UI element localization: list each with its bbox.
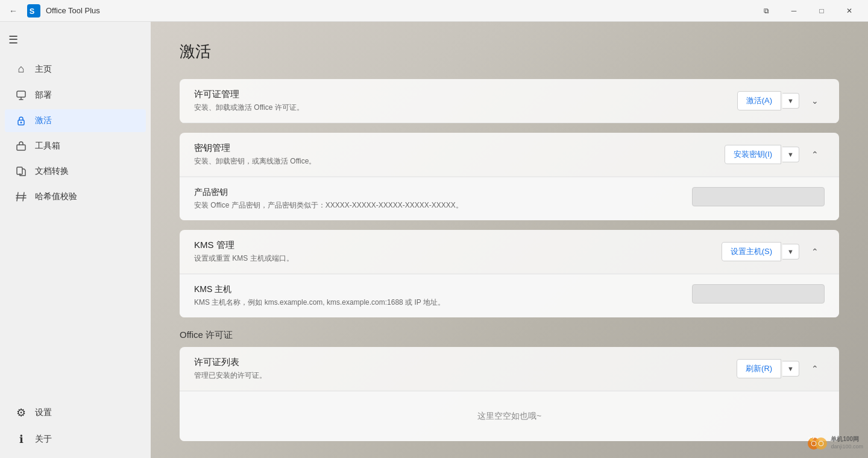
about-icon: ℹ	[14, 433, 28, 446]
svg-rect-6	[17, 167, 22, 174]
window-controls: ⧉ ─ □ ✕	[752, 0, 863, 22]
key-mgmt-header: 密钥管理 安装、卸载密钥，或离线激活 Office。 安装密钥(I) ▼ ⌃	[180, 133, 839, 177]
empty-state-text: 这里空空如也哦~	[477, 411, 541, 421]
watermark-text: 单机100网 danji100.com	[831, 435, 863, 450]
maximize-button[interactable]: □	[808, 0, 835, 22]
settings-icon: ⚙	[14, 406, 28, 419]
svg-point-4	[20, 122, 22, 124]
toolbox-icon	[14, 141, 28, 151]
main-content: 激活 许可证管理 安装、卸载或激活 Office 许可证。 激活(A) ▼ ⌄ …	[151, 22, 868, 458]
svg-line-13	[809, 437, 810, 439]
license-list-expand-button[interactable]: ⌃	[805, 360, 825, 377]
app-title: Office Tool Plus	[46, 6, 752, 15]
sidebar-label-hash: 哈希值校验	[35, 191, 77, 202]
svg-rect-2	[17, 91, 25, 97]
key-mgmt-desc: 安装、卸载密钥，或离线激活 Office。	[194, 156, 316, 167]
convert-icon	[14, 166, 28, 177]
kms-mgmt-title: KMS 管理	[194, 240, 294, 251]
product-key-desc: 安装 Office 产品密钥，产品密钥类似于：XXXXX-XXXXX-XXXXX…	[194, 200, 463, 211]
close-button[interactable]: ✕	[835, 0, 863, 22]
sidebar-bottom: ⚙ 设置 ℹ 关于	[0, 399, 151, 458]
key-mgmt-info: 密钥管理 安装、卸载密钥，或离线激活 Office。	[194, 142, 316, 167]
sidebar-label-home: 主页	[35, 64, 52, 75]
license-list-card: 许可证列表 管理已安装的许可证。 刷新(R) ▼ ⌃ 这里空空如也哦~	[180, 347, 839, 441]
key-mgmt-actions: 安装密钥(I) ▼ ⌃	[725, 145, 825, 164]
refresh-dropdown-button[interactable]: ▼	[782, 361, 799, 377]
menu-toggle-button[interactable]: ☰	[0, 27, 27, 53]
office-license-title: Office 许可证	[180, 329, 839, 341]
sidebar-label-about: 关于	[35, 434, 52, 445]
kms-mgmt-actions: 设置主机(S) ▼ ⌃	[722, 242, 825, 261]
watermark-logo	[807, 431, 828, 453]
hash-icon	[14, 191, 28, 202]
svg-point-10	[819, 441, 823, 446]
deploy-icon	[14, 90, 28, 101]
install-key-button[interactable]: 安装密钥(I)	[725, 145, 781, 164]
product-key-title: 产品密钥	[194, 187, 463, 198]
svg-text:S: S	[30, 6, 35, 15]
license-mgmt-info: 许可证管理 安装、卸载或激活 Office 许可证。	[194, 89, 304, 113]
sidebar-item-about[interactable]: ℹ 关于	[5, 427, 146, 452]
product-key-info: 产品密钥 安装 Office 产品密钥，产品密钥类似于：XXXXX-XXXXX-…	[194, 187, 463, 211]
svg-rect-5	[17, 145, 25, 150]
svg-point-9	[811, 441, 816, 446]
svg-point-11	[810, 438, 813, 442]
home-icon: ⌂	[14, 63, 28, 75]
activate-button[interactable]: 激活(A)	[737, 91, 781, 110]
sidebar-item-home[interactable]: ⌂ 主页	[5, 57, 146, 81]
sidebar-item-deploy[interactable]: 部署	[5, 84, 146, 107]
key-mgmt-title: 密钥管理	[194, 142, 316, 154]
refresh-button[interactable]: 刷新(R)	[737, 359, 781, 378]
kms-mgmt-header: KMS 管理 设置或重置 KMS 主机或端口。 设置主机(S) ▼ ⌃	[180, 230, 839, 274]
kms-host-info: KMS 主机 KMS 主机名称，例如 kms.example.com, kms.…	[194, 284, 445, 308]
sidebar-item-activate[interactable]: 激活	[5, 109, 146, 132]
sidebar-item-convert[interactable]: 文档转换	[5, 160, 146, 183]
sidebar-label-convert: 文档转换	[35, 166, 69, 177]
sidebar-label-settings: 设置	[35, 407, 52, 418]
page-title: 激活	[180, 41, 839, 62]
product-key-subsection: 产品密钥 安装 Office 产品密钥，产品密钥类似于：XXXXX-XXXXX-…	[180, 177, 839, 220]
key-mgmt-expand-button[interactable]: ⌃	[805, 146, 825, 163]
license-mgmt-header: 许可证管理 安装、卸载或激活 Office 许可证。 激活(A) ▼ ⌄	[180, 79, 839, 123]
license-empty-state: 这里空空如也哦~	[180, 391, 839, 441]
kms-mgmt-card: KMS 管理 设置或重置 KMS 主机或端口。 设置主机(S) ▼ ⌃ KMS …	[180, 230, 839, 317]
license-list-info: 许可证列表 管理已安装的许可证。	[194, 357, 266, 381]
license-list-header: 许可证列表 管理已安装的许可证。 刷新(R) ▼ ⌃	[180, 347, 839, 391]
back-button[interactable]: ←	[5, 2, 22, 19]
activate-dropdown-button[interactable]: ▼	[782, 93, 799, 109]
sidebar-label-deploy: 部署	[35, 90, 52, 101]
kms-mgmt-expand-button[interactable]: ⌃	[805, 243, 825, 260]
sidebar-item-settings[interactable]: ⚙ 设置	[5, 400, 146, 425]
kms-host-desc: KMS 主机名称，例如 kms.example.com, kms.example…	[194, 297, 445, 308]
install-key-dropdown-button[interactable]: ▼	[782, 147, 799, 162]
kms-host-subsection: KMS 主机 KMS 主机名称，例如 kms.example.com, kms.…	[180, 274, 839, 317]
license-list-title: 许可证列表	[194, 357, 266, 368]
app-body: ☰ ⌂ 主页 部署 激活	[0, 22, 868, 458]
license-mgmt-actions: 激活(A) ▼ ⌄	[737, 91, 825, 110]
sidebar: ☰ ⌂ 主页 部署 激活	[0, 22, 151, 458]
key-mgmt-card: 密钥管理 安装、卸载密钥，或离线激活 Office。 安装密钥(I) ▼ ⌃ 产…	[180, 133, 839, 220]
kms-mgmt-desc: 设置或重置 KMS 主机或端口。	[194, 253, 294, 264]
watermark: 单机100网 danji100.com	[807, 431, 863, 453]
kms-mgmt-info: KMS 管理 设置或重置 KMS 主机或端口。	[194, 240, 294, 264]
license-mgmt-expand-button[interactable]: ⌄	[805, 92, 825, 109]
set-host-dropdown-button[interactable]: ▼	[782, 244, 799, 259]
kms-host-input[interactable]	[692, 284, 825, 304]
sidebar-item-hash[interactable]: 哈希值校验	[5, 185, 146, 208]
sidebar-label-activate: 激活	[35, 115, 52, 126]
set-host-button[interactable]: 设置主机(S)	[722, 242, 781, 261]
kms-host-title: KMS 主机	[194, 284, 445, 295]
license-list-desc: 管理已安装的许可证。	[194, 371, 266, 381]
license-mgmt-card: 许可证管理 安装、卸载或激活 Office 许可证。 激活(A) ▼ ⌄	[180, 79, 839, 123]
product-key-input[interactable]	[692, 187, 825, 206]
sidebar-label-toolbox: 工具箱	[35, 141, 60, 151]
license-mgmt-desc: 安装、卸载或激活 Office 许可证。	[194, 103, 304, 113]
sidebar-item-toolbox[interactable]: 工具箱	[5, 135, 146, 157]
app-icon: S	[25, 2, 42, 19]
license-mgmt-title: 许可证管理	[194, 89, 304, 100]
license-list-actions: 刷新(R) ▼ ⌃	[737, 359, 825, 378]
titlebar: ← S Office Tool Plus ⧉ ─ □ ✕	[0, 0, 868, 22]
activate-icon	[14, 115, 28, 126]
minimize-button[interactable]: ─	[780, 0, 808, 22]
pin-button[interactable]: ⧉	[752, 0, 780, 22]
